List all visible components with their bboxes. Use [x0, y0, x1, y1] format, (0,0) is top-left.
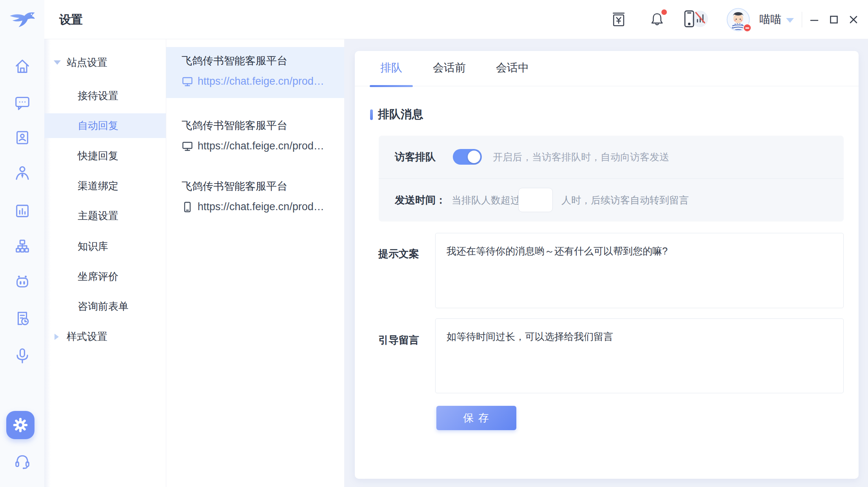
- collapse-arrow-icon[interactable]: [54, 334, 59, 340]
- settings-card: 排队 会话前 会话中 排队消息 访客排队 开启后，当访客排队时，自动向访客发送 …: [355, 51, 859, 479]
- maximize-button[interactable]: [828, 13, 840, 26]
- tab-in-chat[interactable]: 会话中: [495, 51, 530, 86]
- phone-offline-icon[interactable]: [681, 9, 709, 30]
- statistics-icon[interactable]: [13, 202, 32, 220]
- site-url: https://chat.feige.cn/prod…: [198, 140, 324, 152]
- billing-icon[interactable]: [610, 10, 628, 29]
- visitor-queue-toggle[interactable]: [453, 149, 482, 165]
- visitor-queue-row: 访客排队 开启后，当访客排队时，自动向访客发送: [379, 136, 844, 178]
- nav-item-pre-chat-form[interactable]: 咨询前表单: [44, 294, 166, 319]
- minimize-button[interactable]: [808, 13, 821, 26]
- chevron-down-icon[interactable]: [786, 18, 794, 23]
- status-busy-badge: [743, 24, 752, 32]
- site-url: https://chat.feige.cn/prod…: [198, 75, 324, 87]
- guide-label: 引导留言: [378, 333, 419, 347]
- nav-item-quick-reply[interactable]: 快捷回复: [44, 144, 166, 168]
- content-area: 排队 会话前 会话中 排队消息 访客排队 开启后，当访客排队时，自动向访客发送 …: [344, 39, 868, 487]
- nav-item-channel-binding[interactable]: 渠道绑定: [44, 174, 166, 198]
- tab-queue[interactable]: 排队: [370, 51, 413, 86]
- gear-icon: [11, 416, 29, 434]
- expand-arrow-icon[interactable]: [54, 60, 61, 65]
- org-chart-icon[interactable]: [13, 237, 32, 256]
- guide-textarea[interactable]: 如等待时间过长，可以选择给我们留言: [435, 318, 844, 393]
- site-url: https://chat.feige.cn/prod…: [198, 201, 324, 213]
- notification-bell-icon[interactable]: [648, 10, 666, 29]
- prompt-textarea[interactable]: 我还在等待你的消息哟～还有什么可以帮到您的嘛?: [435, 233, 844, 308]
- queue-threshold-input[interactable]: [518, 188, 553, 212]
- mobile-icon: [182, 201, 193, 213]
- nav-item-site-settings[interactable]: 站点设置: [44, 50, 166, 75]
- agent-icon[interactable]: [13, 164, 32, 183]
- nav-item-reception[interactable]: 接待设置: [44, 84, 166, 108]
- icon-rail: [0, 0, 44, 487]
- topbar: 设置: [44, 0, 868, 39]
- site-item[interactable]: 飞鸽传书智能客服平台 https://chat.feige.cn/prod…: [166, 47, 344, 98]
- toggle-knob: [468, 151, 480, 163]
- send-time-row: 发送时间： 当排队人数超过 人时，后续访客自动转到留言: [379, 179, 844, 222]
- topbar-divider: [802, 12, 802, 27]
- prompt-label: 提示文案: [378, 247, 419, 261]
- tab-bar: 排队 会话前 会话中: [355, 51, 859, 86]
- section-header: 排队消息: [370, 107, 423, 122]
- send-time-label: 发送时间：: [395, 179, 446, 222]
- visitor-queue-label: 访客排队: [395, 136, 436, 178]
- home-icon[interactable]: [13, 57, 32, 76]
- visitor-queue-hint: 开启后，当访客排队时，自动向访客发送: [493, 136, 669, 178]
- headset-icon[interactable]: [13, 452, 32, 471]
- conversation-icon[interactable]: [13, 93, 32, 112]
- nav-item-auto-reply[interactable]: 自动回复: [44, 113, 166, 138]
- site-list: 飞鸽传书智能客服平台 https://chat.feige.cn/prod… 飞…: [166, 39, 344, 487]
- settings-gear-button[interactable]: [6, 411, 35, 439]
- desktop-icon: [182, 76, 193, 87]
- section-title: 排队消息: [378, 107, 423, 122]
- notification-badge: [661, 9, 667, 15]
- robot-icon[interactable]: [13, 272, 32, 291]
- records-icon[interactable]: [13, 309, 32, 328]
- close-button[interactable]: [847, 13, 860, 26]
- site-item[interactable]: 飞鸽传书智能客服平台 https://chat.feige.cn/prod…: [166, 112, 344, 163]
- settings-nav: 站点设置 接待设置 自动回复 快捷回复 渠道绑定 主题设置 知识库 坐席评价 咨…: [44, 39, 166, 487]
- username[interactable]: 喵喵: [759, 0, 781, 39]
- queue-settings-panel: 访客排队 开启后，当访客排队时，自动向访客发送 发送时间： 当排队人数超过 人时…: [379, 136, 844, 222]
- microphone-icon[interactable]: [13, 347, 32, 365]
- site-item[interactable]: 飞鸽传书智能客服平台 https://chat.feige.cn/prod…: [166, 173, 344, 224]
- page-title: 设置: [59, 0, 83, 39]
- send-time-text-before: 当排队人数超过: [452, 179, 520, 222]
- nav-item-agent-rating[interactable]: 坐席评价: [44, 264, 166, 289]
- section-marker: [370, 109, 373, 120]
- save-button[interactable]: 保 存: [436, 406, 516, 430]
- desktop-icon: [182, 140, 193, 152]
- contacts-icon[interactable]: [13, 128, 32, 147]
- tab-pre-chat[interactable]: 会话前: [432, 51, 467, 86]
- bird-logo-icon: [9, 9, 36, 30]
- avatar[interactable]: [726, 8, 750, 31]
- nav-item-knowledge-base[interactable]: 知识库: [44, 234, 166, 259]
- nav-item-theme[interactable]: 主题设置: [44, 204, 166, 228]
- nav-item-style-settings[interactable]: 样式设置: [44, 324, 166, 349]
- send-time-text-after: 人时，后续访客自动转到留言: [561, 179, 689, 222]
- app-window: 设置: [0, 0, 868, 487]
